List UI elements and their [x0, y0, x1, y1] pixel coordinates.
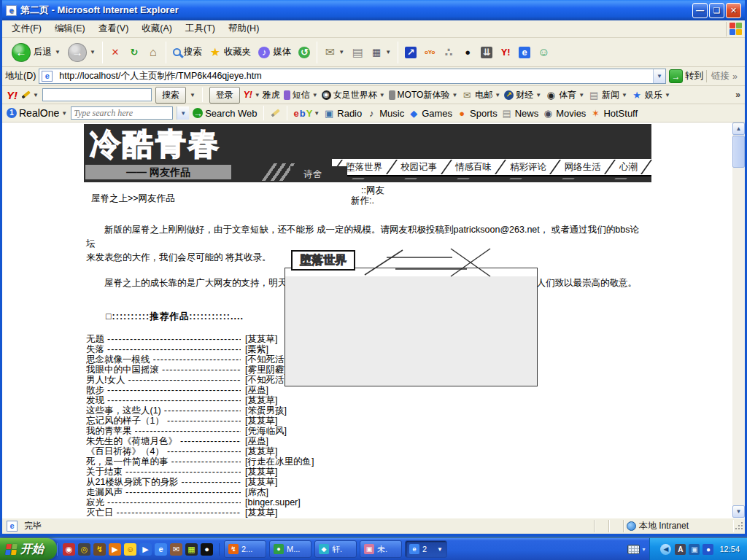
ie-icon[interactable]: e: [155, 543, 167, 556]
start-button[interactable]: 开始: [0, 538, 57, 560]
favorites-icon[interactable]: ★收藏夹: [206, 44, 255, 60]
scrollbar-thumb[interactable]: [732, 136, 745, 168]
work-title[interactable]: 死，是一件简单的事: [86, 456, 169, 467]
dropdown-arrow-icon[interactable]: ▼: [578, 92, 584, 98]
realone-movies-item[interactable]: ◉Movies: [542, 107, 586, 119]
dropdown-arrow-icon[interactable]: ▼: [338, 49, 344, 55]
realone-sports-item[interactable]: ●Sports: [456, 107, 498, 119]
back-button[interactable]: ←后退▼: [8, 42, 64, 63]
task-3[interactable]: ◆轩.: [314, 540, 357, 558]
dropdown-arrow-icon[interactable]: ▼: [385, 49, 391, 55]
media-icon[interactable]: ♪媒体: [255, 44, 295, 60]
language-bar-options-icon[interactable]: ▾: [642, 546, 645, 553]
work-title[interactable]: 我的青苹果: [86, 426, 132, 436]
work-title[interactable]: 男人!女人: [86, 375, 125, 385]
dropdown-arrow-icon[interactable]: ▼: [665, 92, 670, 98]
work-title[interactable]: 走漏风声: [86, 487, 123, 497]
mail-item[interactable]: ✉电邮▼: [461, 89, 500, 101]
winamp-icon[interactable]: ↯: [93, 543, 106, 556]
scroll-up-button[interactable]: ▲: [732, 122, 745, 135]
vertical-scrollbar[interactable]: ▲ ▼: [732, 122, 745, 518]
resize-grip[interactable]: [735, 521, 743, 530]
history-icon[interactable]: ↺: [295, 45, 314, 60]
menu-file[interactable]: 文件(F): [5, 20, 48, 37]
paw-icon[interactable]: ∴: [439, 45, 458, 60]
qq-tray-icon[interactable]: ●: [703, 544, 713, 555]
ent-item[interactable]: ★娱乐▼: [631, 89, 670, 101]
yahoo-search-dropdown[interactable]: ▼: [190, 92, 196, 98]
close-button[interactable]: ✕: [726, 3, 741, 18]
task-1[interactable]: ↯2...: [224, 540, 266, 558]
task-2[interactable]: ●M...: [269, 540, 311, 558]
write-review-button[interactable]: [271, 112, 280, 114]
print-icon[interactable]: ▤: [348, 45, 367, 60]
yahoo-icon[interactable]: Y!: [496, 45, 515, 60]
banner-tab-3[interactable]: 情感百味: [455, 161, 492, 174]
msn-icon[interactable]: ☺: [534, 45, 553, 60]
minimize-button[interactable]: —: [692, 3, 708, 18]
work-title[interactable]: 寂光: [86, 497, 104, 508]
dropdown-arrow-icon[interactable]: ▼: [622, 92, 627, 98]
network-icon[interactable]: ▣: [689, 544, 700, 555]
realone-hotstuff-item[interactable]: ✶HotStuff: [589, 107, 638, 119]
banner-tab-6[interactable]: 心潮: [619, 161, 638, 174]
realone-search-input[interactable]: [71, 106, 173, 120]
dropdown-arrow-icon[interactable]: ▼: [312, 92, 318, 98]
work-title[interactable]: 忘记风的样子（1）: [86, 416, 164, 426]
dropdown-arrow-icon[interactable]: ▼: [452, 92, 457, 98]
go-button[interactable]: → 转到: [669, 69, 703, 83]
realone-music-item[interactable]: ♪Music: [365, 107, 404, 119]
sports-item[interactable]: ◉体育▼: [545, 89, 584, 101]
qq-icon[interactable]: ●: [458, 45, 477, 60]
ebay-button[interactable]: ebY▼: [294, 108, 320, 119]
search-web-button[interactable]: →Search Web: [193, 108, 257, 119]
realplayer-icon[interactable]: ◉: [63, 543, 75, 556]
mail-icon[interactable]: ✉▼: [320, 45, 348, 60]
dropdown-arrow-icon[interactable]: ▼: [314, 110, 320, 117]
yahoo-search-button[interactable]: 搜索: [155, 87, 186, 104]
work-title[interactable]: 失落: [86, 344, 104, 354]
wmp-icon[interactable]: ▶: [109, 543, 121, 556]
flashget-icon[interactable]: ⇊: [477, 45, 496, 60]
work-title[interactable]: 发现: [86, 395, 104, 405]
finance-item[interactable]: ↗财经▼: [504, 89, 541, 101]
work-title[interactable]: 散步: [86, 385, 104, 395]
banner-tab-5[interactable]: 网络生活: [565, 161, 601, 174]
dropdown-arrow-icon[interactable]: ▼: [535, 92, 541, 98]
scroll-down-button[interactable]: ▼: [732, 505, 745, 518]
tab-shishe[interactable]: 诗舍: [290, 166, 347, 182]
work-title[interactable]: 《百日祈祷》（4）: [86, 446, 164, 456]
dropdown-arrow-icon[interactable]: ▼: [90, 49, 96, 55]
news-item[interactable]: ▤新闻▼: [588, 89, 627, 101]
maximize-button[interactable]: ❏: [709, 3, 724, 18]
yahoo-pencil-button[interactable]: ▼: [21, 92, 39, 98]
links-button[interactable]: 链接 »: [706, 70, 742, 82]
player2-icon[interactable]: ◎: [78, 543, 90, 556]
yahoo-search-input[interactable]: [42, 88, 152, 101]
banner-tab-1[interactable]: 堕落世界: [346, 161, 382, 174]
game-hall-icon[interactable]: ▦: [185, 543, 198, 556]
yahoo-home-item[interactable]: Y!▼雅虎: [244, 89, 280, 101]
banner-tab-4[interactable]: 精彩评论: [510, 161, 546, 174]
work-title[interactable]: 朱先生的《荷塘月色》: [86, 436, 177, 446]
task-4[interactable]: ▣未.: [360, 540, 402, 558]
realone-menu-button[interactable]: 1RealOne▼: [7, 107, 67, 119]
mail-app-icon[interactable]: ✉: [170, 543, 182, 556]
language-bar[interactable]: ▾: [623, 545, 649, 554]
related-icon[interactable]: e: [515, 45, 534, 60]
work-title[interactable]: 从21楼纵身跳下的身影: [86, 477, 178, 487]
edit-icon[interactable]: ▦▼: [367, 45, 395, 60]
work-title[interactable]: 我眼中的中国摇滚: [86, 365, 159, 375]
refresh-button[interactable]: ↻: [125, 45, 144, 60]
realone-icon[interactable]: ▶: [139, 543, 152, 556]
yahoo-login-button[interactable]: 登录: [209, 87, 240, 104]
realone-search-dropdown[interactable]: ▼: [177, 106, 189, 120]
menu-favorites[interactable]: 收藏(A): [135, 20, 179, 37]
realone-games-item[interactable]: ◆Games: [408, 107, 452, 119]
address-dropdown[interactable]: ▼: [653, 69, 665, 83]
realone-news-item[interactable]: ▤News: [501, 107, 539, 119]
dropdown-arrow-icon[interactable]: ▼: [495, 92, 500, 98]
work-title[interactable]: 关于结束: [86, 467, 123, 477]
ime-icon[interactable]: A: [675, 544, 686, 555]
menu-edit[interactable]: 编辑(E): [48, 20, 92, 37]
